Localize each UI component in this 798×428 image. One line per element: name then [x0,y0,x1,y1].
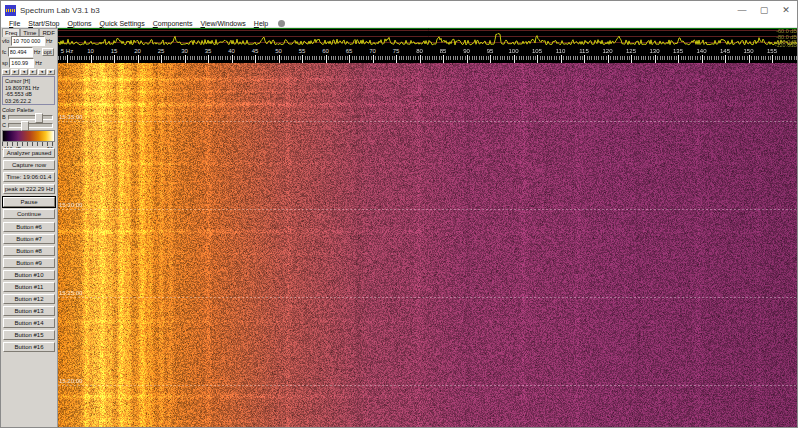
frequency-label: 130 [649,48,659,54]
major-tick [91,55,92,63]
frequency-scale[interactable]: 5 Hz101520253035404550556065707580859095… [58,48,798,63]
programmable-button-14[interactable]: Button #14 [3,318,55,328]
waterfall-time-label: 15:25:00 [59,290,82,296]
major-tick [749,55,750,63]
tune-step-left-icon[interactable]: ◂ [38,69,46,75]
major-tick [631,55,632,63]
programmable-button-15[interactable]: Button #15 [3,330,55,340]
tune-step-buttons: ◂▸◂▸◂▸ [2,69,56,75]
major-tick [396,55,397,63]
major-tick [185,55,186,63]
analyzer-status-label: Analyzer paused [3,148,55,158]
contrast-slider[interactable] [8,123,53,128]
brightness-label: B [2,114,6,120]
sp-row: sp Hz [2,58,42,68]
contrast-slider-thumb[interactable] [21,121,29,131]
programmable-button-9[interactable]: Button #9 [3,258,55,268]
capture-now-button[interactable]: Capture now [3,160,55,170]
vfo-row: vfo Hz [2,36,53,46]
major-tick [138,55,139,63]
major-tick [373,55,374,63]
app-icon [5,5,16,16]
spectrum-graph[interactable]: -60.0 dB-80.0 dB-100.0dB-120.0dB [58,28,798,48]
sp-unit: Hz [35,60,42,66]
programmable-button-8[interactable]: Button #8 [3,246,55,256]
frequency-label: 85 [440,48,447,54]
pause-button[interactable]: Pause [3,197,55,207]
time-readout: Time: 19:06:01.4 [3,172,55,182]
frequency-label: 115 [579,48,589,54]
major-tick [678,55,679,63]
programmable-button-11[interactable]: Button #11 [3,282,55,292]
tune-step-left-icon[interactable]: ◂ [20,69,28,75]
frequency-label: 20 [134,48,141,54]
fc-label: fc [2,49,6,55]
major-tick [772,55,773,63]
color-palette-panel: Color Palette B C -110 dB -50 [2,107,55,152]
sidebar: FreqTimeRDF vfo Hz fc Hz opt sp Hz ◂▸◂▸◂… [1,28,58,427]
frequency-label: 100 [508,48,518,54]
menu-items: FileStart/StopOptionsQuick SettingsCompo… [1,20,268,27]
programmable-button-10[interactable]: Button #10 [3,270,55,280]
major-tick [443,55,444,63]
major-tick [232,55,233,63]
frequency-label: 60 [322,48,329,54]
sp-input[interactable] [9,58,34,68]
frequency-label: 145 [720,48,730,54]
contrast-slider-row: C [2,121,55,129]
frequency-label: 125 [626,48,636,54]
close-icon[interactable]: ✕ [775,1,797,19]
major-tick [537,55,538,63]
menu-components[interactable]: Components [153,20,193,27]
major-tick [467,55,468,63]
menu-help[interactable]: Help [254,20,268,27]
waterfall-time-label: 15:35:00 [59,114,82,120]
frequency-label: 70 [369,48,376,54]
tune-step-right-icon[interactable]: ▸ [47,69,55,75]
menu-start-stop[interactable]: Start/Stop [28,20,59,27]
frequency-label: 150 [743,48,753,54]
tune-step-right-icon[interactable]: ▸ [11,69,19,75]
brightness-slider-thumb[interactable] [35,113,43,123]
frequency-label: 10 [87,48,94,54]
major-tick [725,55,726,63]
programmable-button-6[interactable]: Button #6 [3,222,55,232]
continue-button[interactable]: Continue [3,209,55,219]
menu-view-windows[interactable]: View/Windows [200,20,245,27]
maximize-icon[interactable]: ▢ [753,1,775,19]
frequency-label: 5 Hz [61,48,73,54]
opt-button[interactable]: opt [42,48,54,56]
vfo-input[interactable] [11,36,45,46]
major-tick [349,55,350,63]
programmable-button-12[interactable]: Button #12 [3,294,55,304]
programmable-button-16[interactable]: Button #16 [3,342,55,352]
frequency-label: 135 [673,48,683,54]
programmable-button-13[interactable]: Button #13 [3,306,55,316]
tune-step-left-icon[interactable]: ◂ [2,69,10,75]
frequency-label: 35 [205,48,212,54]
major-tick [514,55,515,63]
fc-input[interactable] [8,47,33,57]
programmable-button-7[interactable]: Button #7 [3,234,55,244]
major-tick [420,55,421,63]
spectrum-lab-window: Spectrum Lab V3.1 b3 — ▢ ✕ FileStart/Sto… [0,0,798,428]
major-tick [490,55,491,63]
major-tick [255,55,256,63]
frequency-label: 25 [158,48,165,54]
menu-options[interactable]: Options [67,20,91,27]
tune-step-right-icon[interactable]: ▸ [29,69,37,75]
window-controls: — ▢ ✕ [731,1,797,19]
status-dot-icon [278,20,285,27]
minimize-icon[interactable]: — [731,1,753,19]
sp-label: sp [2,60,8,66]
brightness-slider[interactable] [8,115,53,120]
frequency-label: 75 [393,48,400,54]
frequency-label: 80 [416,48,423,54]
menu-file[interactable]: File [9,20,20,27]
fc-unit: Hz [34,49,41,55]
menu-quick-settings[interactable]: Quick Settings [100,20,145,27]
major-tick [326,55,327,63]
waterfall-display[interactable]: 15:35:0015:30:0015:25:0015:20:00 [58,63,798,428]
major-tick [702,55,703,63]
major-tick [655,55,656,63]
